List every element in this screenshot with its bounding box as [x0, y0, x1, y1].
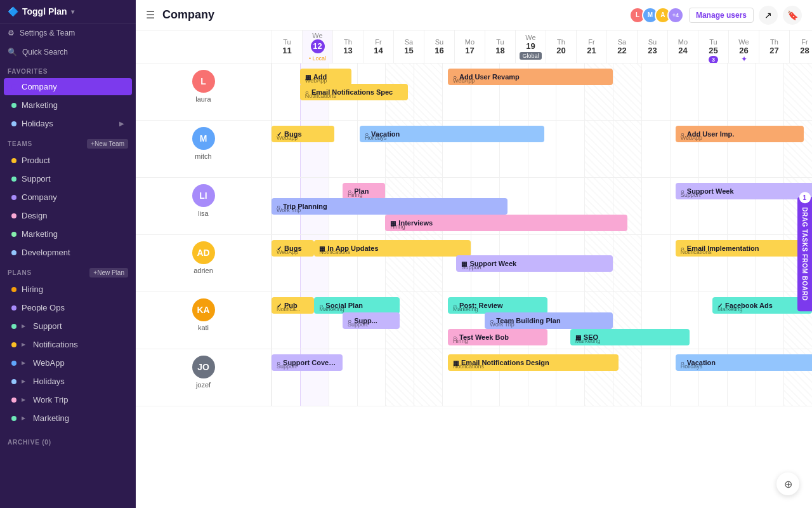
- drag-tasks-panel[interactable]: 1 DRAG TASKS FROM BOARD: [797, 197, 812, 311]
- task-bar[interactable]: ○Supp...Support: [343, 312, 400, 329]
- date-col-Fr21: Fr21: [576, 30, 606, 64]
- date-col-Tu11: Tu11: [272, 30, 302, 64]
- task-bar[interactable]: ○Trip PlanningWork Trip: [272, 198, 508, 215]
- marketing-plan-arrow: ▶: [22, 415, 25, 421]
- cal-row: LIlisa○PlanHiring○Support WeekSupport○Tr…: [136, 178, 812, 235]
- task-sub: WebApp: [681, 135, 702, 141]
- sidebar-item-hiring[interactable]: Hiring: [4, 281, 132, 298]
- task-bar[interactable]: ○VacationHolidays: [360, 126, 544, 142]
- zoom-button[interactable]: ⊕: [776, 472, 799, 495]
- support-plan-dot: [11, 324, 16, 329]
- sidebar-header[interactable]: 🔷 Toggl Plan ▾: [0, 0, 136, 23]
- avatar-overflow: +4: [667, 7, 684, 23]
- task-bar[interactable]: ○PlanHiring: [343, 183, 385, 199]
- work-trip-arrow: ▶: [22, 397, 25, 403]
- cal-row: JOjozef○Support Cover SupportSupport▦Ema…: [136, 349, 812, 406]
- date-col-Tu25: Tu253: [698, 30, 728, 64]
- settings-icon: ⚙: [8, 29, 15, 37]
- task-bar[interactable]: ○Test Week BobHiring: [448, 329, 547, 345]
- task-bar[interactable]: ○Post: ReviewMarketing: [448, 297, 547, 314]
- task-bar[interactable]: ○Support WeekSupport: [676, 183, 812, 199]
- sidebar-item-company[interactable]: Company: [4, 78, 132, 95]
- cal-row: Llaura▦AddWebApp○Add User RevampWebApp○E…: [136, 64, 812, 121]
- sidebar-item-support-plan[interactable]: ▶ Support: [4, 318, 132, 335]
- date-col-Th27: Th27: [759, 30, 789, 64]
- quick-search-item[interactable]: 🔍 Quick Search: [0, 43, 136, 62]
- task-bar[interactable]: ✓BugsWebapp: [272, 126, 334, 142]
- task-bar[interactable]: ○VacationHolidays: [676, 354, 812, 371]
- task-bar[interactable]: ▦Email Notifications DesignNotifications: [448, 354, 619, 371]
- marketing-team-label: Marketing: [22, 229, 58, 239]
- sidebar-item-marketing[interactable]: Marketing: [4, 97, 132, 114]
- new-team-button[interactable]: +New Team: [87, 139, 128, 149]
- task-sub: Support: [461, 264, 481, 271]
- timeline-lisa: ○PlanHiring○Support WeekSupport○Trip Pla…: [272, 178, 812, 234]
- drag-count: 1: [799, 192, 811, 203]
- sidebar-item-development[interactable]: Development: [4, 244, 132, 261]
- task-bar[interactable]: ○Support Cover SupportSupport: [272, 354, 343, 371]
- task-bar[interactable]: ▦SEOMarketing: [570, 329, 690, 345]
- timeline-jozef: ○Support Cover SupportSupport▦Email Noti…: [272, 349, 812, 406]
- new-plan-button[interactable]: +New Plan: [89, 268, 128, 277]
- settings-team-item[interactable]: ⚙ Settings & Team: [0, 23, 136, 43]
- task-bar[interactable]: ✓BugsWebApp: [272, 240, 314, 257]
- sidebar-item-design[interactable]: Design: [4, 207, 132, 224]
- sidebar-item-work-trip[interactable]: ▶ Work Trip: [4, 391, 132, 408]
- date-col-Th20: Th20: [546, 30, 576, 64]
- sidebar-item-marketing-team[interactable]: Marketing: [4, 225, 132, 243]
- sidebar-item-holidays[interactable]: Holidays ▶: [4, 115, 132, 132]
- task-bar[interactable]: ○Team Building PlanWork Trip: [485, 312, 613, 329]
- hamburger-icon[interactable]: ☰: [146, 9, 155, 21]
- task-bar[interactable]: ▦AddWebApp: [300, 69, 351, 85]
- bookmark-icon[interactable]: 🔖: [783, 6, 802, 25]
- webapp-arrow: ▶: [22, 360, 25, 366]
- task-sub: Webapp: [277, 135, 298, 141]
- sidebar-item-notifications-plan[interactable]: ▶ Notifications: [4, 336, 132, 353]
- avatar: KA: [192, 298, 215, 321]
- task-bar[interactable]: ▦In App UpdatesNotifications: [314, 240, 471, 257]
- task-bar[interactable]: ✓PubNotifica...: [272, 297, 314, 314]
- sidebar-item-holidays-plan[interactable]: ▶ Holidays: [4, 373, 132, 390]
- date-columns: Tu11We12• LocalTh13Fr14Sa15Su16Mo17Tu18W…: [272, 30, 812, 64]
- marketing-team-dot: [11, 232, 16, 237]
- user-name: kati: [198, 324, 209, 331]
- date-col-We12: We12• Local: [302, 30, 332, 64]
- task-sub: Support: [681, 192, 701, 198]
- user-cell-adrien: ADadrien: [136, 235, 272, 291]
- date-col-Sa15: Sa15: [393, 30, 424, 64]
- sidebar-item-support[interactable]: Support: [4, 170, 132, 187]
- sidebar: 🔷 Toggl Plan ▾ ⚙ Settings & Team 🔍 Quick…: [0, 0, 136, 508]
- task-bar[interactable]: ○Add User Imp.WebApp: [676, 126, 804, 142]
- timeline-laura: ▦AddWebApp○Add User RevampWebApp○Email N…: [272, 64, 812, 120]
- marketing-plan-dot: [11, 416, 16, 421]
- date-col-We26: We26✦: [728, 30, 759, 64]
- task-bar[interactable]: ○Add User RevampWebApp: [448, 69, 613, 85]
- task-sub: Marketing: [575, 338, 601, 344]
- task-sub: Work Trip: [277, 207, 301, 213]
- avatar-stack: L M A +4: [629, 7, 684, 23]
- avatar: AD: [192, 241, 215, 264]
- timeline-kati: ✓PubNotifica...○Social PlanMarketing○Sup…: [272, 292, 812, 349]
- plans-section-header: PLANS +New Plan: [0, 262, 136, 280]
- sidebar-item-people-ops[interactable]: People Ops: [4, 299, 132, 316]
- sidebar-item-webapp[interactable]: ▶ WebApp: [4, 354, 132, 371]
- task-bar[interactable]: ▦InterviewsHiring: [385, 215, 627, 231]
- zoom-icon: ⊕: [784, 478, 792, 490]
- development-dot: [11, 250, 16, 255]
- avatar: L: [192, 70, 215, 93]
- share-icon[interactable]: ↗: [759, 6, 778, 25]
- sidebar-item-product[interactable]: Product: [4, 152, 132, 169]
- task-bar[interactable]: ▦Support WeekSupport: [456, 255, 613, 272]
- people-ops-label: People Ops: [22, 303, 65, 312]
- sidebar-item-company-team[interactable]: Company: [4, 189, 132, 206]
- sidebar-item-marketing-plan[interactable]: ▶ Marketing: [4, 410, 132, 427]
- task-bar[interactable]: ○Social PlanMarketing: [314, 297, 400, 314]
- task-bar[interactable]: ○Email Notifications SpecNotifications: [300, 84, 408, 100]
- date-col-Sa22: Sa22: [606, 30, 637, 64]
- user-cell-jozef: JOjozef: [136, 349, 272, 406]
- task-bar[interactable]: ○Email ImplementationNotifications: [676, 240, 812, 257]
- avatar: M: [192, 127, 215, 150]
- manage-users-button[interactable]: Manage users: [689, 8, 754, 23]
- support-plan-label: Support: [33, 321, 62, 331]
- notif-arrow: ▶: [22, 342, 25, 347]
